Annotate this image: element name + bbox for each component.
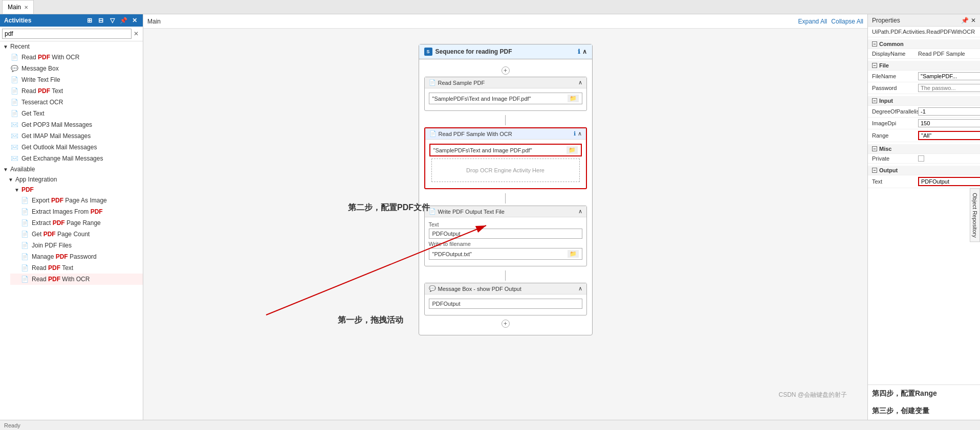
export-pdf-page[interactable]: 📄 Export PDF Page As Image (10, 195, 143, 206)
sequence-container: S Sequence for reading PDF ℹ ∧ (419, 44, 593, 335)
recent-get-text-label: Get Text (21, 110, 44, 117)
main-tab[interactable]: Main ✕ (2, 0, 34, 14)
filter-icon[interactable]: ▽ (108, 16, 116, 25)
get-pdf-page-count[interactable]: 📄 Get PDF Page Count (10, 229, 143, 240)
search-area: ✕ (0, 27, 143, 41)
read-pdf-text[interactable]: 📄 Read PDF Text (10, 262, 143, 274)
close-sidebar-icon[interactable]: ✕ (130, 16, 139, 25)
recent-write-text-file[interactable]: 📄 Write Text File (0, 74, 143, 85)
sidebar-header-icons: ⊞ ⊟ ▽ 📌 ✕ (85, 16, 139, 25)
seq-collapse-icon[interactable]: ∧ (582, 48, 587, 55)
seq-header-left: S Sequence for reading PDF (424, 48, 512, 56)
sidebar-header: Activities ⊞ ⊟ ▽ 📌 ✕ (0, 14, 143, 27)
step4-annotation: 第四步，配置Range (868, 384, 980, 402)
write-file-collapse-icon[interactable]: ∧ (578, 208, 582, 215)
write-file-title: Write PDF Output Text File (438, 209, 505, 215)
extract-pdf-page-range[interactable]: 📄 Extract PDF Page Range (10, 217, 143, 229)
mid-connector-3 (424, 270, 587, 281)
read-sample-filename-field: "SamplePDFs\Text and Image PDF.pdf" 📁 (429, 93, 582, 104)
recent-outlook-label: Get Outlook Mail Messages (21, 144, 97, 151)
output-text-label: Text (872, 178, 918, 185)
read-sample-body: "SamplePDFs\Text and Image PDF.pdf" 📁 (425, 88, 586, 110)
read-pdf-ocr-header-icons: ℹ ∧ (574, 130, 582, 137)
input-collapse-icon: − (872, 98, 877, 103)
read-pdf-ocr-title: Read PDF Sample With OCR (439, 131, 512, 137)
prop-close-icon[interactable]: ✕ (971, 17, 976, 24)
join-pdf-files[interactable]: 📄 Join PDF Files (10, 240, 143, 251)
common-collapse-icon: − (872, 41, 877, 47)
display-name-value: Read PDF Sample (918, 51, 976, 57)
degree-row: DegreeOfParallelism … (868, 106, 980, 118)
degree-label: DegreeOfParallelism (872, 108, 918, 115)
input-section-header[interactable]: − Input (868, 96, 980, 106)
breadcrumb: Main (147, 18, 161, 25)
read-pdf-with-ocr-available[interactable]: 📄 Read PDF With OCR (10, 274, 143, 285)
tab-bar: Main ✕ (0, 0, 980, 14)
sequence-icon: S (424, 48, 432, 56)
private-checkbox[interactable] (918, 155, 924, 162)
misc-collapse-icon: − (872, 146, 877, 151)
collapse-all-btn[interactable]: Collapse All (831, 18, 863, 25)
read-pdf-ocr-box: 📄 Read PDF Sample With OCR ℹ ∧ (424, 127, 587, 189)
sequence-body: + 📄 Read Sample PDF ∧ (419, 59, 592, 335)
recent-read-pdf-ocr[interactable]: 📄 Read PDF With OCR (0, 52, 143, 63)
recent-get-pop3[interactable]: ✉️ Get POP3 Mail Messages (0, 119, 143, 130)
recent-get-outlook[interactable]: ✉️ Get Outlook Mail Messages (0, 142, 143, 153)
add-bottom-btn[interactable]: + (502, 320, 510, 328)
misc-section: − Misc Private (868, 144, 980, 164)
read-pdf-ocr-collapse-icon[interactable]: ∧ (578, 130, 582, 137)
image-dpi-input[interactable] (918, 119, 980, 127)
msg-box-collapse-icon[interactable]: ∧ (578, 285, 582, 292)
degree-input[interactable] (918, 107, 980, 116)
filename-prop-input[interactable] (918, 72, 980, 80)
file-icon5: 📄 (10, 109, 18, 118)
drop-ocr-zone: Drop OCR Engine Activity Here (431, 159, 580, 182)
output-section-header[interactable]: − Output (868, 166, 980, 175)
recent-tesseract-ocr[interactable]: 📄 Tesseract OCR (0, 97, 143, 108)
file-section-header[interactable]: − File (868, 61, 980, 71)
grid-icon[interactable]: ⊞ (85, 16, 94, 25)
recent-read-pdf-text[interactable]: 📄 Read PDF Text (0, 85, 143, 97)
read-sample-browse-btn[interactable]: 📁 (568, 95, 579, 102)
manage-pdf-password[interactable]: 📄 Manage PDF Password (10, 251, 143, 262)
drop-ocr-label: Drop OCR Engine Activity Here (466, 167, 545, 173)
password-prop-input[interactable] (918, 84, 980, 92)
mid-connector-1 (424, 115, 587, 125)
pdf-section-header[interactable]: ▼ PDF (0, 185, 143, 195)
file-section: − File FileName … Password … (868, 61, 980, 94)
canvas-toolbar: Main Expand All Collapse All (143, 14, 867, 29)
msg-icon5: ✉️ (10, 154, 18, 163)
file-icon13: 📄 (20, 275, 29, 283)
range-label: Range (872, 132, 918, 139)
misc-section-header[interactable]: − Misc (868, 144, 980, 154)
msg-icon: 💬 (10, 64, 18, 73)
split-icon[interactable]: ⊟ (97, 16, 105, 25)
search-input[interactable] (2, 29, 132, 39)
mid-connector-2 (424, 193, 587, 203)
prop-pin-icon[interactable]: 📌 (961, 17, 969, 24)
range-input[interactable] (918, 131, 980, 140)
recent-get-text[interactable]: 📄 Get Text (0, 108, 143, 119)
output-text-row: Text … (868, 175, 980, 188)
recent-section-header[interactable]: ▼ Recent (0, 41, 143, 52)
common-section-header[interactable]: − Common (868, 39, 980, 49)
recent-message-box[interactable]: 💬 Message Box (0, 63, 143, 74)
write-browse-btn[interactable]: 📁 (568, 250, 579, 258)
expand-all-btn[interactable]: Expand All (798, 18, 827, 25)
recent-get-imap[interactable]: ✉️ Get IMAP Mail Messages (0, 130, 143, 142)
message-box-box: 💬 Message Box - show PDF Output ∧ PDFOut… (424, 283, 587, 315)
recent-get-exchange[interactable]: ✉️ Get Exchange Mail Messages (0, 153, 143, 164)
object-repository-tab[interactable]: Object Repository (970, 188, 980, 242)
pin-icon[interactable]: 📌 (119, 16, 127, 25)
bottom-connector: + (424, 320, 587, 328)
tab-close-icon[interactable]: ✕ (24, 5, 28, 10)
sequence-title: Sequence for reading PDF (435, 48, 512, 55)
add-top-btn[interactable]: + (502, 66, 510, 75)
available-section-header[interactable]: ▼ Available (0, 164, 143, 174)
read-sample-collapse-icon[interactable]: ∧ (578, 79, 582, 86)
search-clear-icon[interactable]: ✕ (132, 29, 141, 38)
extract-images-pdf[interactable]: 📄 Extract Images From PDF (10, 206, 143, 217)
app-integration-header[interactable]: ▼ App Integration (0, 174, 143, 185)
read-pdf-ocr-browse-btn[interactable]: 📁 (567, 146, 578, 154)
output-text-input[interactable] (918, 177, 980, 186)
